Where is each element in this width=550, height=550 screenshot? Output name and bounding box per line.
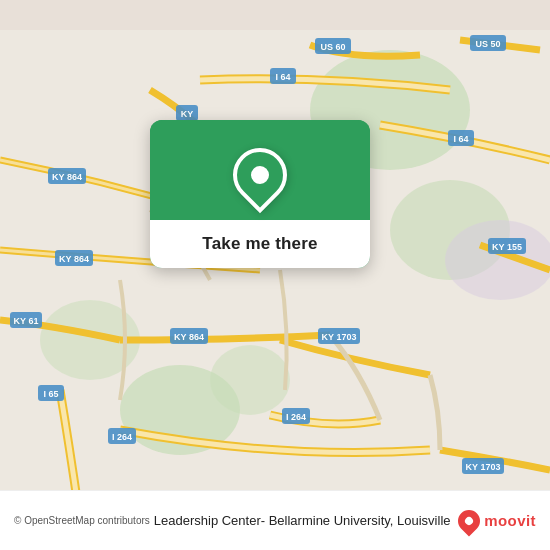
svg-text:KY 864: KY 864 bbox=[52, 172, 82, 182]
moovit-pin-icon bbox=[454, 505, 485, 536]
location-popup: Take me there bbox=[150, 120, 370, 268]
svg-text:KY 864: KY 864 bbox=[59, 254, 89, 264]
moovit-logo: moovit bbox=[458, 510, 536, 532]
svg-text:KY: KY bbox=[181, 109, 194, 119]
svg-text:I 65: I 65 bbox=[43, 389, 58, 399]
svg-text:KY 61: KY 61 bbox=[14, 316, 39, 326]
moovit-logo-text: moovit bbox=[484, 512, 536, 529]
attribution-text: © OpenStreetMap contributors bbox=[14, 515, 150, 526]
svg-point-6 bbox=[445, 220, 550, 300]
svg-text:KY 155: KY 155 bbox=[492, 242, 522, 252]
svg-text:KY 1703: KY 1703 bbox=[466, 462, 501, 472]
svg-text:I 264: I 264 bbox=[112, 432, 132, 442]
map-pin-icon bbox=[222, 137, 298, 213]
svg-text:I 64: I 64 bbox=[275, 72, 290, 82]
svg-text:I 64: I 64 bbox=[453, 134, 468, 144]
popup-button-area[interactable]: Take me there bbox=[150, 220, 370, 268]
take-me-there-button[interactable]: Take me there bbox=[202, 234, 317, 254]
bottom-bar: © OpenStreetMap contributors Leadership … bbox=[0, 490, 550, 550]
svg-point-4 bbox=[210, 345, 290, 415]
svg-text:I 264: I 264 bbox=[286, 412, 306, 422]
svg-text:US 50: US 50 bbox=[475, 39, 500, 49]
map-container: US 60 US 50 I 64 I 64 KY 864 KY KY 864 K… bbox=[0, 0, 550, 550]
svg-text:US 60: US 60 bbox=[320, 42, 345, 52]
map-background: US 60 US 50 I 64 I 64 KY 864 KY KY 864 K… bbox=[0, 0, 550, 550]
place-name: Leadership Center- Bellarmine University… bbox=[154, 513, 451, 528]
svg-text:KY 1703: KY 1703 bbox=[322, 332, 357, 342]
popup-icon-area bbox=[150, 120, 370, 220]
svg-text:KY 864: KY 864 bbox=[174, 332, 204, 342]
